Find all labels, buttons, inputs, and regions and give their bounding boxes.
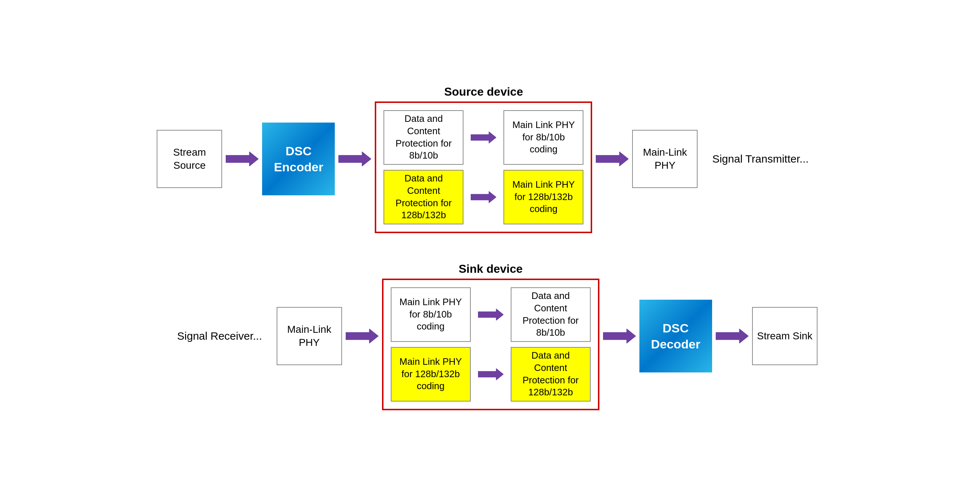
main-link-phy-sink-box: Main-Link PHY [277, 307, 342, 365]
main-link-phy-sink-label: Main-Link PHY [281, 323, 338, 350]
signal-transmitter-text: Signal Transmitter... [712, 153, 808, 165]
sink-bottom-row: Main Link PHY for 128b/132b coding Data … [391, 347, 591, 402]
stream-sink-label: Stream Sink [757, 329, 813, 343]
main-link-phy-source-box: Main-Link PHY [632, 130, 698, 188]
svg-marker-3 [471, 191, 496, 203]
svg-marker-1 [339, 152, 371, 166]
dsc-encoder-box: DSC Encoder [262, 123, 335, 195]
dsc-decoder-label: DSC Decoder [640, 320, 712, 352]
svg-marker-8 [603, 329, 636, 343]
svg-marker-5 [346, 329, 379, 343]
arrow-inner-top [471, 130, 496, 145]
source-top-row: Data and Content Protection for 8b/10b M… [383, 110, 584, 165]
sink-row: Signal Receiver... Main-Link PHY Sink de… [162, 262, 817, 410]
source-protection-8b10b: Data and Content Protection for 8b/10b [383, 110, 463, 165]
svg-marker-0 [226, 152, 258, 166]
svg-marker-6 [478, 309, 503, 321]
arrow-sink-inner-bottom [478, 367, 503, 382]
diagram-container: Stream Source DSC Encoder Source device [0, 0, 980, 495]
arrow-2 [339, 150, 371, 168]
arrow-sink-inner-top [478, 307, 503, 322]
svg-marker-9 [716, 329, 748, 343]
stream-source-box: Stream Source [157, 130, 222, 188]
arrow-inner-bottom [471, 190, 496, 204]
source-phy-128b132b: Main Link PHY for 128b/132b coding [503, 170, 584, 224]
source-phy-8b10b: Main Link PHY for 8b/10b coding [503, 110, 584, 165]
arrow-5 [603, 327, 636, 345]
stream-sink-box: Stream Sink [752, 307, 818, 365]
source-device-title: Source device [444, 85, 523, 99]
sink-device-section: Sink device Main Link PHY for 8b/10b cod… [382, 262, 600, 410]
sink-phy-128b132b: Main Link PHY for 128b/132b coding [391, 347, 471, 402]
dsc-encoder-label: DSC Encoder [262, 143, 335, 175]
sink-phy-8b10b: Main Link PHY for 8b/10b coding [391, 287, 471, 342]
signal-receiver-text: Signal Receiver... [177, 330, 262, 342]
arrow-3 [596, 150, 628, 168]
stream-source-label: Stream Source [161, 146, 218, 172]
sink-protection-128b132b: Data and Content Protection for 128b/132… [511, 347, 591, 402]
dsc-decoder-box: DSC Decoder [640, 300, 712, 372]
source-device-section: Source device Data and Content Protectio… [375, 85, 592, 233]
source-row: Stream Source DSC Encoder Source device [157, 85, 823, 233]
sink-protection-8b10b: Data and Content Protection for 8b/10b [511, 287, 591, 342]
arrow-6 [716, 327, 748, 345]
svg-marker-7 [478, 369, 503, 380]
source-bottom-row: Data and Content Protection for 128b/132… [383, 170, 584, 224]
main-link-phy-source-label: Main-Link PHY [636, 146, 693, 172]
svg-marker-4 [596, 152, 628, 166]
sink-device-title: Sink device [459, 262, 523, 276]
source-red-box: Data and Content Protection for 8b/10b M… [375, 101, 592, 233]
arrow-4 [346, 327, 379, 345]
svg-marker-2 [471, 132, 496, 143]
arrow-1 [226, 150, 258, 168]
sink-top-row: Main Link PHY for 8b/10b coding Data and… [391, 287, 591, 342]
source-protection-128b132b: Data and Content Protection for 128b/132… [383, 170, 463, 224]
sink-red-box: Main Link PHY for 8b/10b coding Data and… [382, 279, 600, 410]
